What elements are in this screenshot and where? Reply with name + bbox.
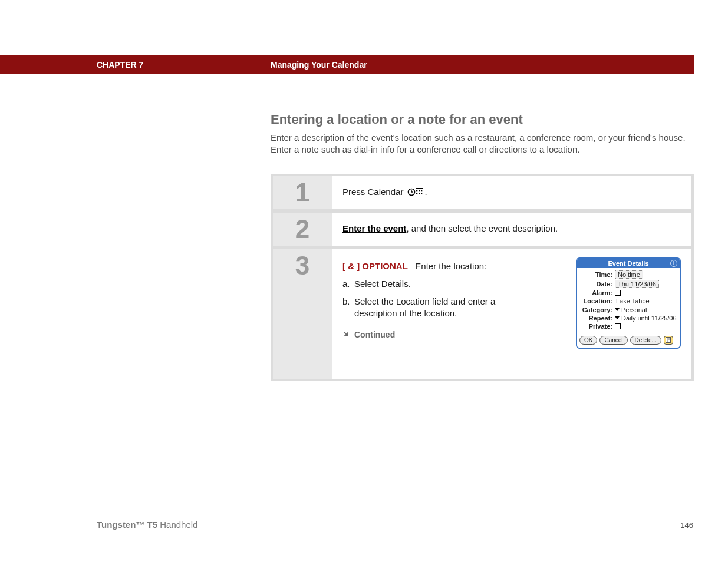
step-2-rest: , and then select the event description.: [406, 223, 558, 233]
chapter-title: Managing Your Calendar: [271, 60, 367, 70]
step-1-number: 1: [273, 176, 332, 209]
time-label: Time:: [579, 271, 615, 278]
alarm-label: Alarm:: [579, 289, 615, 296]
svg-rect-9: [421, 193, 422, 194]
substep-a: Select Details.: [354, 278, 496, 290]
repeat-value[interactable]: Daily until 11/25/06: [621, 315, 677, 322]
chapter-label: CHAPTER 7: [97, 60, 143, 70]
delete-button[interactable]: Delete...: [630, 336, 661, 345]
footer-product: Tungsten™ T5 Handheld: [97, 520, 197, 530]
substep-b: Select the Location field and enter a de…: [354, 296, 496, 320]
note-button[interactable]: [664, 336, 673, 345]
step-2-body: Enter the event, and then select the eve…: [332, 213, 691, 246]
time-value[interactable]: No time: [615, 270, 643, 279]
date-label: Date:: [579, 280, 615, 287]
footer-product-rest: Handheld: [157, 520, 197, 530]
svg-rect-6: [421, 190, 422, 191]
section-heading: Entering a location or a note for an eve…: [271, 112, 694, 127]
optional-tag: [ & ] OPTIONAL: [342, 261, 408, 271]
enter-event-link[interactable]: Enter the event: [342, 223, 406, 233]
chapter-header: CHAPTER 7 Managing Your Calendar: [0, 55, 694, 74]
location-field[interactable]: Lake Tahoe: [615, 297, 677, 305]
step-1-text-before: Press Calendar: [342, 187, 406, 197]
step-2-number: 2: [273, 213, 332, 246]
step-3-lead: Enter the location:: [415, 261, 486, 271]
cancel-button[interactable]: Cancel: [599, 336, 627, 345]
note-icon: [666, 337, 671, 343]
step-3: 3 [ & ] OPTIONAL Enter the location: Sel…: [273, 249, 691, 379]
private-label: Private:: [579, 323, 615, 330]
footer-product-bold: Tungsten™ T5: [97, 520, 157, 530]
svg-rect-5: [419, 190, 420, 191]
date-value[interactable]: Thu 11/23/06: [615, 280, 659, 288]
info-icon[interactable]: i: [670, 260, 677, 267]
step-1-body: Press Calendar .: [332, 176, 691, 209]
section-intro: Enter a description of the event's locat…: [271, 132, 694, 156]
page-number: 146: [680, 521, 693, 530]
private-checkbox[interactable]: [615, 323, 621, 329]
step-3-body: [ & ] OPTIONAL Enter the location: Selec…: [332, 249, 691, 379]
svg-rect-8: [419, 193, 420, 194]
alarm-checkbox[interactable]: [615, 290, 621, 296]
ok-button[interactable]: OK: [579, 336, 597, 345]
main-content: Entering a location or a note for an eve…: [271, 112, 694, 381]
step-1-text-after: .: [425, 187, 427, 197]
step-2: 2 Enter the event, and then select the e…: [273, 213, 691, 246]
dropdown-icon[interactable]: [615, 316, 620, 319]
svg-rect-3: [416, 188, 423, 189]
step-3-number: 3: [273, 249, 332, 379]
repeat-label: Repeat:: [579, 315, 615, 322]
dialog-titlebar: Event Details i: [577, 259, 680, 268]
category-value[interactable]: Personal: [621, 306, 647, 313]
continued-label: Continued: [354, 330, 395, 339]
category-label: Category:: [579, 306, 615, 313]
footer-rule: [97, 513, 693, 513]
dropdown-icon[interactable]: [615, 308, 620, 311]
calendar-icon: [407, 187, 424, 198]
steps-table: 1 Press Calendar: [271, 174, 694, 381]
continued-arrow-icon: [342, 330, 351, 339]
location-label: Location:: [579, 297, 615, 305]
svg-rect-7: [416, 193, 417, 194]
dialog-title: Event Details: [608, 260, 648, 267]
step-1: 1 Press Calendar: [273, 176, 691, 209]
event-details-dialog: Event Details i Time: No time Date: Thu …: [576, 257, 681, 349]
svg-rect-4: [416, 190, 417, 191]
